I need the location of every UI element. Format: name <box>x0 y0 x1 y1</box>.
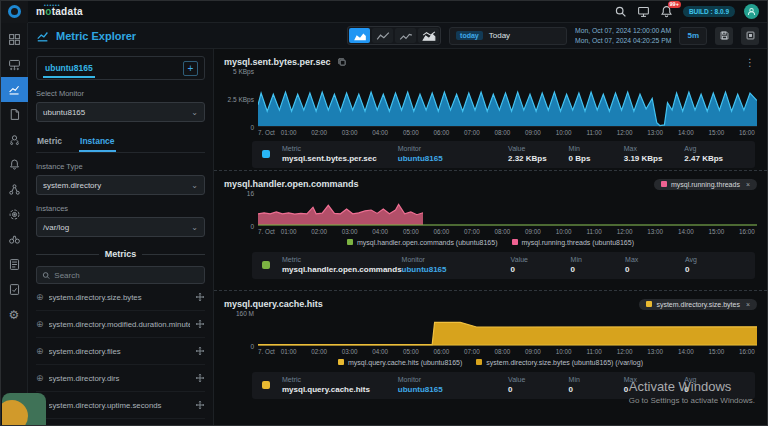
compare-metric-badge[interactable]: system.directory.size.bytes × <box>639 299 757 310</box>
drag-handle-icon[interactable] <box>195 342 205 360</box>
remove-badge-icon[interactable]: × <box>746 301 750 308</box>
display-icon[interactable] <box>637 5 651 19</box>
monitor-tab[interactable]: ubuntu8165 <box>43 59 95 78</box>
binoculars-icon <box>8 233 21 246</box>
chart-plot-area[interactable] <box>258 193 757 226</box>
monitor-link[interactable]: ubuntu8165 <box>398 385 508 394</box>
metric-name: system.directory.uptime.seconds <box>49 401 190 410</box>
nav-reports[interactable] <box>1 252 28 277</box>
instance-type-select[interactable]: system.directory ⌄ <box>36 175 205 195</box>
metric-name: system.directory.files <box>49 347 190 356</box>
chart-card-handler-open: mysql.handler.open.commands mysql.runnin… <box>214 171 767 291</box>
user-avatar[interactable] <box>744 4 759 19</box>
metric-list-item[interactable]: ⊕system.directory.files <box>36 338 205 365</box>
nav-metric-explorer[interactable] <box>1 77 28 102</box>
save-icon <box>719 30 730 41</box>
nav-dashboard[interactable] <box>1 27 28 52</box>
line-chart-icon <box>376 31 390 41</box>
legend-item[interactable]: mysql.query.cache.hits (ubuntu8165) <box>338 359 462 366</box>
nav-audit[interactable] <box>1 277 28 302</box>
notifications-bell-icon[interactable]: 99+ <box>660 5 674 19</box>
add-monitor-button[interactable]: + <box>183 61 198 76</box>
instances-select[interactable]: /var/log ⌄ <box>36 217 205 237</box>
nav-infrastructure[interactable] <box>1 52 28 77</box>
nav-settings[interactable]: ⚙ <box>1 302 28 327</box>
nav-automation[interactable] <box>1 127 28 152</box>
document-icon <box>8 108 21 121</box>
build-version-badge: BUILD : 8.0.9 <box>683 6 735 17</box>
bell-icon <box>8 158 21 171</box>
compare-metric-badge[interactable]: mysql.running.threads × <box>654 179 757 190</box>
page-title: Metric Explorer <box>56 30 136 42</box>
legend-item[interactable]: mysql.running.threads (ubuntu8165) <box>512 239 634 246</box>
spline-chart-icon <box>399 31 413 41</box>
nav-alerts[interactable] <box>1 152 28 177</box>
remove-badge-icon[interactable]: × <box>746 181 750 188</box>
topology-icon <box>8 183 21 196</box>
metrics-header-text: Metrics <box>105 249 137 259</box>
chart-title: mysql.sent.bytes.per.sec <box>224 57 331 67</box>
monitor-select[interactable]: ubuntu8165 ⌄ <box>36 102 205 122</box>
metric-chart-icon <box>8 83 21 96</box>
metric-list-item[interactable]: ⊕system.directory.size.bytes <box>36 284 205 311</box>
chart-plot-area[interactable] <box>258 71 757 127</box>
drag-handle-icon[interactable] <box>195 288 205 306</box>
legend-item[interactable]: mysql.handler.open.commands (ubuntu8165) <box>347 239 497 246</box>
drag-handle-icon[interactable] <box>195 396 205 414</box>
robot-icon <box>8 133 21 146</box>
metric-list-item[interactable]: ⊕system.directory.uptime.seconds <box>36 392 205 419</box>
chart-type-area-button[interactable] <box>349 28 370 43</box>
metric-list-item[interactable]: ⊕system.directory.uptime.percent <box>36 419 205 426</box>
nav-discovery[interactable] <box>1 227 28 252</box>
monitor-link[interactable]: ubuntu8165 <box>402 265 511 274</box>
search-icon[interactable] <box>614 5 628 19</box>
app-logo[interactable] <box>1 1 28 23</box>
x-axis-labels: 7. Oct01:0002:0003:0004:0005:0006:0007:0… <box>258 346 757 356</box>
top-header: ••••••momotadatatadata 99+ BUILD : 8.0.9 <box>1 1 767 23</box>
chart-type-line-button[interactable] <box>372 28 393 43</box>
chart-legend: mysql.query.cache.hits (ubuntu8165) syst… <box>224 356 757 368</box>
save-button[interactable] <box>715 27 733 45</box>
chevron-down-icon: ⌄ <box>191 181 198 190</box>
metric-cell: mysql.query.cache.hits <box>282 385 398 394</box>
screenshot-button[interactable] <box>741 27 759 45</box>
dashboard-grid-icon <box>8 33 21 46</box>
chevron-down-icon: ⌄ <box>191 223 198 232</box>
chart-type-mixed-button[interactable] <box>418 28 439 43</box>
circle-plus-icon: ⊕ <box>36 373 44 383</box>
date-to: Mon, Oct 07, 2024 04:20:25 PM <box>575 36 671 45</box>
granularity-button[interactable]: 5m <box>679 27 707 45</box>
metric-name: system.directory.size.bytes <box>49 293 190 302</box>
nav-topology[interactable] <box>1 177 28 202</box>
nav-radar[interactable] <box>1 202 28 227</box>
legend-item[interactable]: system.directory.size.bytes (ubuntu8165)… <box>476 359 643 366</box>
screenshot-icon <box>745 30 756 41</box>
chart-card-query-cache: mysql.query.cache.hits system.directory.… <box>214 291 767 426</box>
drag-handle-icon[interactable] <box>195 315 205 333</box>
mixed-chart-icon <box>422 31 436 41</box>
chart-legend-table: MetricMonitorValueMinMaxAvg mysql.handle… <box>252 252 755 279</box>
chart-plot-area[interactable] <box>258 313 757 346</box>
tab-instance[interactable]: Instance <box>79 133 116 152</box>
assistant-chat-widget[interactable] <box>2 393 46 426</box>
instances-value: /var/log <box>43 223 69 232</box>
metrics-search-input[interactable] <box>54 271 199 280</box>
metric-list-item[interactable]: ⊕system.directory.modified.duration.minu… <box>36 311 205 338</box>
y-axis-labels: 160 <box>224 193 258 226</box>
nav-logs[interactable] <box>1 102 28 127</box>
metric-list-item[interactable]: ⊕system.directory.dirs <box>36 365 205 392</box>
monitor-select-value: ubuntu8165 <box>43 108 85 117</box>
time-chip: today <box>456 31 483 40</box>
chart-menu-button[interactable]: ⋮ <box>743 57 757 68</box>
drag-handle-icon[interactable] <box>195 369 205 387</box>
time-range-picker[interactable]: today Today <box>449 27 567 45</box>
metric-explorer-icon <box>36 29 50 43</box>
tab-metric[interactable]: Metric <box>36 133 63 152</box>
copy-icon[interactable] <box>337 57 347 67</box>
monitor-link[interactable]: ubuntu8165 <box>398 154 508 163</box>
series-color-swatch <box>262 381 270 389</box>
monitor-tab-bar: ubuntu8165 + <box>36 56 205 80</box>
x-axis-labels: 7. Oct01:0002:0003:0004:0005:0006:0007:0… <box>258 226 757 236</box>
select-monitor-label: Select Monitor <box>36 89 205 98</box>
chart-type-spline-button[interactable] <box>395 28 416 43</box>
